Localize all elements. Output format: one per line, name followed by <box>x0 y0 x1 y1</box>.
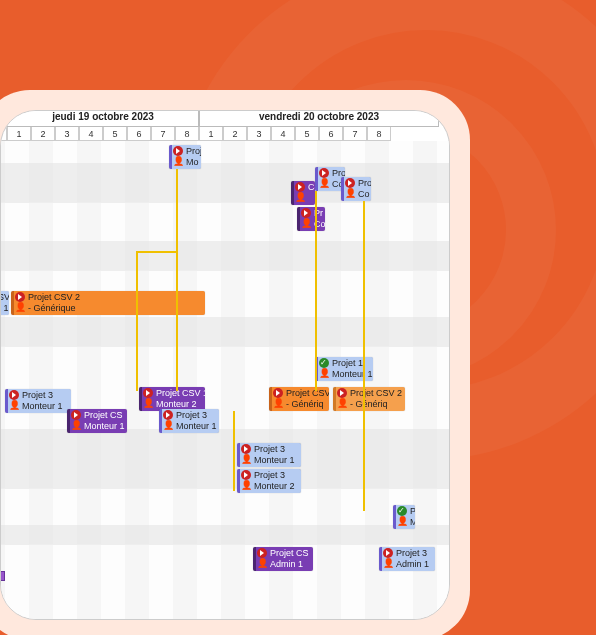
gantt-window: octobr jeudi 19 octobre 2023 vendredi 20… <box>0 110 450 620</box>
grid-band <box>0 317 450 347</box>
task-t19[interactable]: Projet CSAdmin 1 <box>253 547 313 571</box>
user-icon <box>143 399 153 409</box>
task-label: Pro <box>358 178 369 189</box>
task-label: Projet 3 <box>254 444 299 455</box>
task-sublabel: Monteur 2 <box>254 481 299 492</box>
hour-cell: 3 <box>247 127 271 141</box>
task-label: Projet 3 <box>396 548 433 559</box>
task-t1[interactable]: ProjMo <box>169 145 201 169</box>
task-sublabel: Admin 1 <box>270 559 311 570</box>
user-icon <box>241 481 251 491</box>
task-t20[interactable]: Projet 3Admin 1 <box>379 547 435 571</box>
dependency-line <box>136 251 138 391</box>
user-icon <box>319 369 329 379</box>
play-icon <box>301 208 311 218</box>
hour-cell: 4 <box>79 127 103 141</box>
check-icon <box>319 358 329 368</box>
task-t4[interactable]: ProCo <box>341 177 371 201</box>
task-sublabel: Co <box>358 189 369 200</box>
grid-band <box>0 241 450 271</box>
play-icon <box>383 548 393 558</box>
task-sublabel: Admin 1 <box>396 559 433 570</box>
hour-cell: 7 <box>343 127 367 141</box>
task-t16[interactable]: Projet 3Monteur 1 <box>237 443 301 467</box>
task-label: Projet 3 <box>22 390 69 401</box>
day-header-1: jeudi 19 octobre 2023 <box>7 111 199 127</box>
grid-band <box>0 525 450 545</box>
task-t15[interactable]: Projet 3Monteur 1 <box>159 409 219 433</box>
task-t11[interactable]: Projet CSV 1Monteur 2 <box>139 387 205 411</box>
day-header-prev: octobr <box>0 111 7 127</box>
hour-cell: 4 <box>271 127 295 141</box>
dependency-line <box>233 411 235 491</box>
gantt-timeline[interactable]: octobr jeudi 19 octobre 2023 vendredi 20… <box>0 111 450 620</box>
check-icon <box>397 506 407 516</box>
play-icon <box>295 182 305 192</box>
task-label: Projet CSV 2 <box>350 388 403 399</box>
play-icon <box>71 410 81 420</box>
task-label: Projet CS <box>84 410 125 421</box>
task-t18[interactable]: PrM <box>393 505 415 529</box>
user-icon <box>163 421 173 431</box>
hour-cell: 8 <box>367 127 391 141</box>
grid-band <box>0 429 450 489</box>
window-frame: octobr jeudi 19 octobre 2023 vendredi 20… <box>0 90 470 635</box>
hour-cell: 6 <box>319 127 343 141</box>
user-icon <box>397 517 407 527</box>
dependency-line <box>176 169 178 391</box>
play-icon <box>241 444 251 454</box>
dependency-line <box>315 191 317 391</box>
task-sublabel: Monteur 1 <box>84 421 125 432</box>
task-t5[interactable]: PrCo <box>297 207 325 231</box>
task-sublabel: - Génériq <box>286 399 327 410</box>
dependency-line <box>136 251 176 253</box>
user-icon <box>9 401 19 411</box>
task-sublabel: Monteur 1 <box>332 369 371 380</box>
corner-badge-icon <box>0 571 5 581</box>
hour-cell: 1 <box>7 127 31 141</box>
play-icon <box>15 292 25 302</box>
user-icon <box>15 303 25 313</box>
task-sublabel: r 1 <box>0 303 7 314</box>
user-icon <box>337 399 347 409</box>
grid-band <box>0 163 450 203</box>
hour-cell: 8 <box>0 127 7 141</box>
task-t10[interactable]: Projet 3Monteur 1 <box>5 389 71 413</box>
task-label: Projet CS <box>270 548 311 559</box>
user-icon <box>241 455 251 465</box>
task-label: Projet CSV <box>286 388 327 399</box>
task-sublabel: Mo <box>186 157 199 168</box>
task-t8[interactable]: SV 1r 1 <box>0 291 9 315</box>
play-icon <box>241 470 251 480</box>
task-t17[interactable]: Projet 3Monteur 2 <box>237 469 301 493</box>
task-sublabel: Monteur 1 <box>254 455 299 466</box>
hour-cell: 7 <box>151 127 175 141</box>
task-sublabel: M <box>410 517 413 528</box>
user-icon <box>345 189 355 199</box>
task-label: Co <box>308 182 313 193</box>
play-icon <box>143 388 153 398</box>
play-icon <box>319 168 329 178</box>
play-icon <box>273 388 283 398</box>
task-label: SV 1 <box>0 292 7 303</box>
task-t12[interactable]: Projet CSV- Génériq <box>269 387 329 411</box>
task-sublabel: Monteur 1 <box>22 401 69 412</box>
hour-cell: 6 <box>127 127 151 141</box>
user-icon <box>71 421 81 431</box>
play-icon <box>9 390 19 400</box>
hour-cell: 3 <box>55 127 79 141</box>
task-t14[interactable]: Projet CSMonteur 1 <box>67 409 127 433</box>
hour-cell: 2 <box>31 127 55 141</box>
task-t3[interactable]: Co <box>291 181 315 205</box>
task-sublabel: Monteur 1 <box>176 421 217 432</box>
task-sublabel: - Génériq <box>350 399 403 410</box>
task-t13[interactable]: Projet CSV 2- Génériq <box>333 387 405 411</box>
day-header-2: vendredi 20 octobre 2023 <box>199 111 439 127</box>
play-icon <box>345 178 355 188</box>
hour-cell: 5 <box>103 127 127 141</box>
user-icon <box>383 559 393 569</box>
task-label: Pr <box>410 506 413 517</box>
user-icon <box>173 157 183 167</box>
task-label: Projet 3 <box>254 470 299 481</box>
hour-cell: 1 <box>199 127 223 141</box>
